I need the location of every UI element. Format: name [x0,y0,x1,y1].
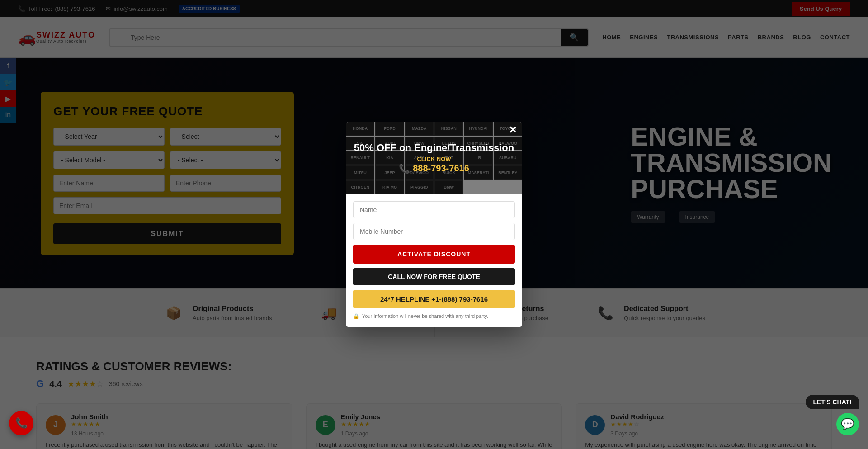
modal-body: ACTIVATE DISCOUNT CALL NOW FOR FREE QUOT… [346,194,522,327]
modal-mobile-input[interactable] [353,223,515,240]
privacy-text: Your Information will never be shared wi… [362,313,488,320]
lock-icon: 🔒 [353,313,359,320]
phone-icon-modal: 📞 [399,163,410,174]
helpline-button[interactable]: 24*7 HELPLINE +1-(888) 793-7616 [353,290,515,308]
modal-overlay[interactable]: HONDA FORD MAZDA NISSAN HYUNDAI TOYOTA V… [0,0,868,449]
modal-close-button[interactable]: ✕ [509,125,517,135]
chat-widget: LET'S CHAT! 💬 [806,395,859,435]
call-now-button[interactable]: CALL NOW FOR FREE QUOTE [353,268,515,285]
modal-promo-text: 50% OFF on Engine/Transmission [354,142,514,154]
chat-button[interactable]: 💬 [836,413,859,435]
call-button-fixed[interactable]: 📞 [9,411,33,435]
modal-click-now: CLICK NOW [417,156,451,162]
discount-modal: HONDA FORD MAZDA NISSAN HYUNDAI TOYOTA V… [346,122,522,327]
activate-discount-button[interactable]: ACTIVATE DISCOUNT [353,245,515,264]
modal-header: HONDA FORD MAZDA NISSAN HYUNDAI TOYOTA V… [346,122,522,194]
modal-title-overlay: 50% OFF on Engine/Transmission CLICK NOW… [346,122,522,194]
modal-phone-number: 888-793-7616 [413,163,469,174]
privacy-notice: 🔒 Your Information will never be shared … [353,313,515,320]
chat-bubble: LET'S CHAT! [806,395,859,409]
modal-name-input[interactable] [353,201,515,218]
modal-phone: 📞 888-793-7616 [399,163,469,174]
